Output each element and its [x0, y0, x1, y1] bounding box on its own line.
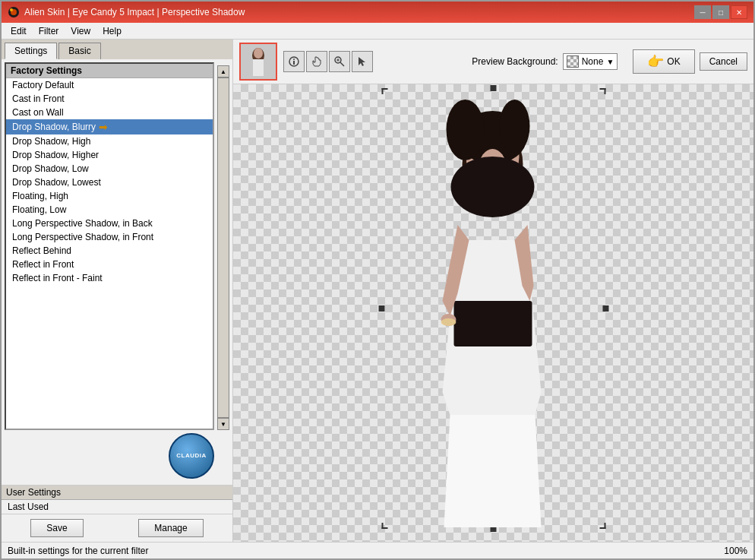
- close-button[interactable]: ✕: [731, 5, 747, 19]
- menu-filter[interactable]: Filter: [33, 24, 65, 38]
- tab-basic[interactable]: Basic: [58, 43, 100, 59]
- svg-point-2: [10, 8, 13, 11]
- selected-arrow-icon: ➡: [99, 121, 108, 133]
- svg-point-14: [462, 126, 523, 202]
- hand-pointer-icon: 👉: [647, 53, 664, 70]
- preview-background-row: Preview Background: None ▼: [472, 53, 618, 70]
- list-item-floating-high[interactable]: Floating, High: [6, 189, 213, 203]
- list-item-drop-shadow-low[interactable]: Drop Shadow, Low: [6, 162, 213, 176]
- svg-point-17: [446, 100, 484, 160]
- list-item-drop-shadow-blurry[interactable]: Drop Shadow, Blurry ➡: [6, 119, 213, 134]
- handle-bottom: [491, 526, 497, 532]
- main-window: Alien Skin | Eye Candy 5 Impact | Perspe…: [0, 0, 755, 560]
- settings-listbox[interactable]: Factory Settings Factory Default Cast in…: [5, 62, 214, 430]
- tool-info-button[interactable]: [283, 51, 305, 72]
- color-swatch: [567, 55, 579, 68]
- scroll-down-button[interactable]: ▼: [217, 418, 229, 430]
- zoom-level: 100%: [724, 546, 747, 556]
- preview-bg-value: None: [582, 56, 604, 67]
- menu-edit[interactable]: Edit: [5, 24, 33, 38]
- window-title: Alien Skin | Eye Candy 5 Impact | Perspe…: [24, 7, 245, 17]
- svg-point-16: [458, 111, 526, 164]
- cancel-button[interactable]: Cancel: [700, 52, 747, 71]
- list-item-drop-shadow-higher[interactable]: Drop Shadow, Higher: [6, 148, 213, 162]
- list-item-floating-low[interactable]: Floating, Low: [6, 203, 213, 217]
- factory-settings-header: Factory Settings: [6, 64, 213, 78]
- svg-point-8: [293, 59, 295, 60]
- svg-point-22: [441, 314, 456, 326]
- status-bar: Built-in settings for the current filter…: [2, 542, 753, 558]
- menu-bar: Edit Filter View Help: [2, 23, 753, 40]
- logo-text: CLAUDIA: [176, 452, 207, 460]
- maximize-button[interactable]: □: [712, 5, 729, 19]
- list-item-reflect-behind[interactable]: Reflect Behind: [6, 244, 213, 258]
- checkered-background: [233, 84, 753, 542]
- list-item-cast-in-front[interactable]: Cast in Front: [6, 92, 213, 106]
- ok-label: OK: [667, 56, 680, 67]
- list-item-long-back[interactable]: Long Perspective Shadow, in Back: [6, 217, 213, 230]
- dropdown-arrow-icon: ▼: [606, 58, 614, 66]
- menu-view[interactable]: View: [65, 24, 96, 38]
- tool-buttons: [283, 51, 373, 72]
- svg-point-15: [466, 126, 519, 187]
- user-settings-last-used[interactable]: Last Used: [2, 500, 232, 514]
- save-button[interactable]: Save: [30, 519, 83, 537]
- svg-line-11: [340, 62, 344, 66]
- scroll-up-button[interactable]: ▲: [217, 65, 229, 78]
- left-panel: Settings Basic Factory Settings Factory …: [2, 40, 233, 542]
- zoom-icon: [333, 55, 346, 68]
- canvas-content-area: [381, 88, 605, 529]
- status-text: Built-in settings for the current filter: [8, 546, 148, 556]
- canvas-area: [233, 84, 753, 542]
- app-icon: [8, 6, 20, 18]
- corner-br: [599, 523, 605, 529]
- tab-settings[interactable]: Settings: [5, 43, 57, 59]
- right-panel: Preview Background: None ▼ 👉 OK Cancel: [233, 40, 753, 542]
- manage-button[interactable]: Manage: [138, 519, 203, 537]
- svg-point-18: [499, 100, 529, 153]
- tool-hand-button[interactable]: [306, 51, 327, 72]
- corner-bl: [381, 523, 387, 529]
- user-settings-header: User Settings: [2, 486, 232, 500]
- preview-bg-select[interactable]: None ▼: [563, 53, 618, 70]
- list-item-long-front[interactable]: Long Perspective Shadow, in Front: [6, 230, 213, 244]
- svg-point-20: [450, 157, 534, 217]
- preview-bg-label: Preview Background:: [472, 56, 558, 67]
- ok-cancel-area: 👉 OK Cancel: [633, 49, 747, 74]
- main-area: Settings Basic Factory Settings Factory …: [2, 40, 753, 542]
- list-item-reflect-front-faint[interactable]: Reflect in Front - Faint: [6, 271, 213, 285]
- scrollbar-track: [217, 78, 229, 418]
- menu-help[interactable]: Help: [96, 24, 128, 38]
- window-controls: ─ □ ✕: [694, 5, 747, 19]
- svg-rect-5: [253, 59, 264, 76]
- tool-zoom-button[interactable]: [329, 51, 350, 72]
- user-settings-section: User Settings Last Used: [2, 485, 232, 514]
- preview-thumbnail: [239, 43, 277, 81]
- top-toolbar: Preview Background: None ▼ 👉 OK Cancel: [233, 40, 753, 84]
- tool-cursor-button[interactable]: [352, 51, 373, 72]
- title-bar-left: Alien Skin | Eye Candy 5 Impact | Perspe…: [8, 6, 245, 18]
- handle-top: [491, 85, 497, 91]
- svg-rect-9: [293, 61, 295, 65]
- info-icon: [288, 55, 300, 68]
- settings-list-container: Factory Settings Factory Default Cast in…: [2, 59, 232, 485]
- svg-point-23: [441, 318, 456, 326]
- hand-icon: [311, 55, 323, 68]
- handle-left: [378, 305, 384, 312]
- list-item[interactable]: Factory Default: [6, 78, 213, 92]
- cursor-icon: [356, 55, 368, 68]
- tabs-row: Settings Basic: [2, 40, 232, 59]
- minimize-button[interactable]: ─: [694, 5, 711, 19]
- model-image: [381, 88, 604, 527]
- list-item-drop-shadow-high[interactable]: Drop Shadow, High: [6, 134, 213, 148]
- ok-button[interactable]: 👉 OK: [633, 49, 694, 74]
- svg-rect-21: [453, 301, 532, 346]
- list-item-drop-shadow-lowest[interactable]: Drop Shadow, Lowest: [6, 176, 213, 189]
- svg-point-6: [254, 48, 263, 59]
- handle-right: [602, 305, 608, 312]
- list-item-cast-on-wall[interactable]: Cast on Wall: [6, 106, 213, 119]
- brand-logo: CLAUDIA: [169, 433, 214, 479]
- list-item-reflect-front[interactable]: Reflect in Front: [6, 258, 213, 271]
- title-bar: Alien Skin | Eye Candy 5 Impact | Perspe…: [2, 2, 753, 23]
- corner-tl: [381, 88, 387, 94]
